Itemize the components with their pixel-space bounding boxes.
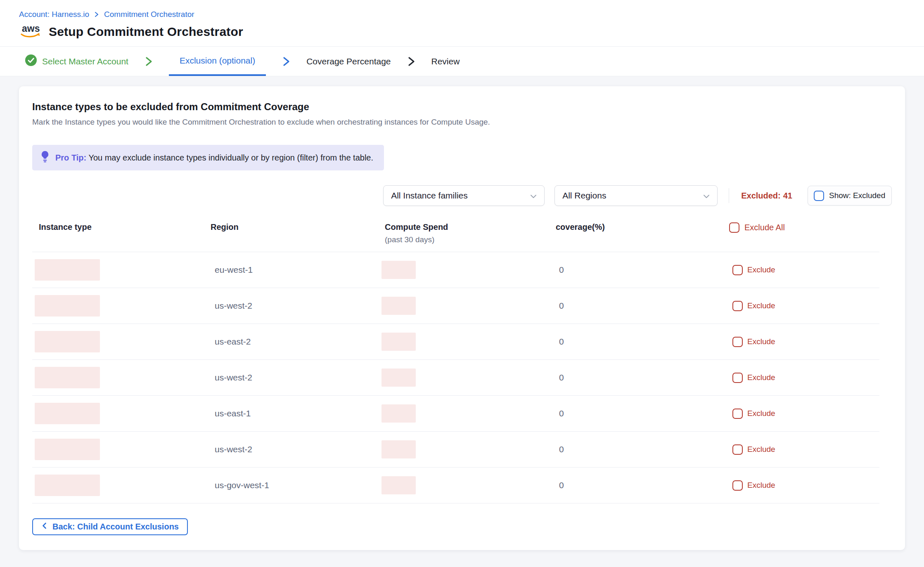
table-row: us-east-2 0 Exclude	[32, 324, 879, 360]
compute-spend-redacted	[381, 369, 416, 387]
header-compute-spend-sub: (past 30 days)	[385, 235, 556, 244]
step-chevron-icon-blue	[282, 56, 291, 67]
exclude-checkbox[interactable]	[732, 409, 743, 419]
exclude-label: Exclude	[747, 301, 775, 310]
exclude-checkbox[interactable]	[732, 373, 743, 383]
exclude-checkbox[interactable]	[732, 444, 743, 455]
breadcrumb-account-link[interactable]: Account: Harness.io	[19, 10, 89, 19]
exclude-all-control[interactable]: Exclude All	[729, 222, 879, 233]
instance-type-redacted	[35, 367, 100, 388]
instance-type-redacted	[35, 295, 100, 317]
chevron-down-icon	[703, 191, 710, 201]
exclude-control[interactable]: Exclude	[729, 373, 879, 383]
show-excluded-label: Show: Excluded	[829, 191, 885, 200]
bulb-icon	[40, 150, 50, 165]
back-button-label: Back: Child Account Exclusions	[52, 522, 179, 532]
coverage-cell: 0	[556, 409, 729, 418]
coverage-cell: 0	[556, 337, 729, 347]
filter-row: All Instance families All Regions Exclud…	[32, 185, 892, 206]
page-content: Instance types to be excluded from Commi…	[0, 76, 924, 550]
chevron-down-icon	[530, 191, 537, 201]
compute-spend-redacted	[381, 476, 416, 494]
filter-divider	[729, 188, 729, 203]
compute-spend-redacted	[381, 404, 416, 423]
region-cell: us-west-2	[211, 301, 381, 311]
instance-type-redacted	[35, 403, 100, 424]
header-instance-type: Instance type	[32, 222, 211, 232]
coverage-cell: 0	[556, 265, 729, 275]
breadcrumb: Account: Harness.io Commitment Orchestra…	[19, 10, 924, 19]
exclude-control[interactable]: Exclude	[729, 480, 879, 491]
breadcrumb-page-link[interactable]: Commitment Orchestrator	[104, 10, 194, 19]
regions-value: All Regions	[562, 191, 606, 201]
instance-families-value: All Instance families	[391, 191, 468, 201]
page-title: Setup Commitment Orchestrator	[49, 25, 243, 39]
table-row: us-east-1 0 Exclude	[32, 396, 879, 432]
step-select-master-account[interactable]: Select Master Account	[25, 47, 128, 76]
card-title: Instance types to be excluded from Commi…	[32, 101, 892, 113]
exclude-checkbox[interactable]	[732, 265, 743, 275]
exclude-control[interactable]: Exclude	[729, 409, 879, 419]
instance-type-redacted	[35, 475, 100, 496]
exclude-label: Exclude	[747, 373, 775, 382]
exclude-label: Exclude	[747, 265, 775, 274]
compute-spend-redacted	[381, 440, 416, 458]
pro-tip-body: You may exclude instance types individua…	[88, 153, 373, 162]
region-cell: us-west-2	[211, 444, 381, 454]
instance-families-dropdown[interactable]: All Instance families	[383, 185, 545, 206]
exclusion-card: Instance types to be excluded from Commi…	[19, 86, 905, 550]
coverage-cell: 0	[556, 480, 729, 490]
header-coverage: coverage(%)	[556, 222, 729, 232]
exclude-label: Exclude	[747, 481, 775, 490]
card-subtitle: Mark the Instance types you would like t…	[32, 118, 892, 127]
step-chevron-icon-green	[144, 56, 153, 67]
region-cell: us-gov-west-1	[211, 480, 381, 490]
table-row: us-gov-west-1 0 Exclude	[32, 468, 879, 503]
exclude-checkbox[interactable]	[732, 301, 743, 311]
excluded-count-value: 41	[783, 191, 792, 201]
step-label: Review	[431, 57, 460, 66]
step-label: Exclusion (optional)	[180, 56, 255, 66]
show-excluded-toggle[interactable]: Show: Excluded	[808, 186, 892, 206]
step-review[interactable]: Review	[431, 47, 460, 76]
step-coverage-percentage[interactable]: Coverage Percentage	[306, 47, 391, 76]
region-cell: eu-west-1	[211, 265, 381, 275]
table-row: us-west-2 0 Exclude	[32, 432, 879, 468]
step-exclusion-optional[interactable]: Exclusion (optional)	[169, 47, 266, 76]
coverage-cell: 0	[556, 301, 729, 311]
svg-text:aws: aws	[22, 23, 40, 34]
exclude-checkbox[interactable]	[732, 480, 743, 491]
coverage-cell: 0	[556, 444, 729, 454]
compute-spend-redacted	[381, 333, 416, 351]
exclusion-table: Instance type Region Compute Spend (past…	[32, 222, 892, 503]
exclude-label: Exclude	[747, 445, 775, 454]
region-cell: us-west-2	[211, 373, 381, 383]
exclude-checkbox[interactable]	[732, 337, 743, 347]
pro-tip-banner: Pro Tip: You may exclude instance types …	[32, 145, 384, 170]
table-header-row: Instance type Region Compute Spend (past…	[32, 222, 879, 252]
header-compute-spend: Compute Spend (past 30 days)	[381, 222, 556, 244]
exclude-control[interactable]: Exclude	[729, 265, 879, 275]
exclude-control[interactable]: Exclude	[729, 337, 879, 347]
aws-logo: aws	[19, 22, 43, 41]
back-button[interactable]: Back: Child Account Exclusions	[32, 518, 188, 535]
top-header: Account: Harness.io Commitment Orchestra…	[0, 0, 924, 46]
region-cell: us-east-1	[211, 409, 381, 418]
exclude-all-checkbox[interactable]	[729, 222, 739, 233]
chevron-left-icon	[41, 522, 48, 532]
pro-tip-label: Pro Tip:	[55, 153, 86, 162]
exclude-control[interactable]: Exclude	[729, 444, 879, 455]
title-row: aws Setup Commitment Orchestrator	[19, 22, 924, 46]
exclude-all-label: Exclude All	[744, 223, 785, 232]
compute-spend-redacted	[381, 261, 416, 279]
exclude-label: Exclude	[747, 337, 775, 346]
exclude-label: Exclude	[747, 409, 775, 418]
header-region: Region	[211, 222, 381, 232]
regions-dropdown[interactable]: All Regions	[554, 185, 718, 206]
header-compute-spend-main: Compute Spend	[385, 222, 556, 232]
instance-type-redacted	[35, 439, 100, 460]
show-excluded-checkbox[interactable]	[814, 191, 824, 201]
exclude-control[interactable]: Exclude	[729, 301, 879, 311]
wizard-stepper: Select Master Account Exclusion (optiona…	[0, 46, 924, 76]
breadcrumb-chevron-icon	[94, 11, 99, 18]
